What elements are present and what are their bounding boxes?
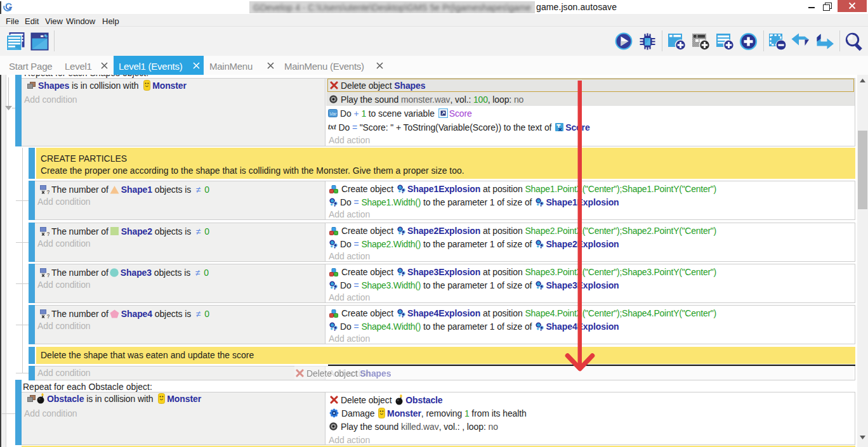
svg-text:Var: Var [329, 111, 337, 117]
svg-text:?: ? [47, 272, 50, 278]
svg-text:?: ? [47, 313, 50, 320]
svg-text:?: ? [47, 189, 50, 195]
svg-text:?: ? [47, 231, 50, 237]
